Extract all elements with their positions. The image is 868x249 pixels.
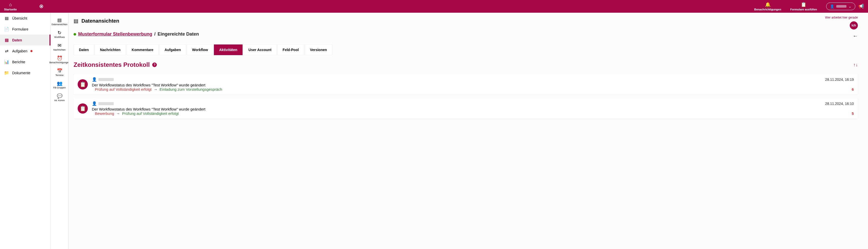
fill-forms-label: Formulare ausfüllen (790, 8, 817, 11)
tab-user-account[interactable]: User Account (243, 45, 277, 55)
user-name-redacted (836, 5, 846, 8)
arrow-right-icon: → (154, 87, 158, 91)
activity-description: Der Workflowstatus des Workflows "Test W… (92, 107, 854, 111)
activity-transition: Prüfung auf Vollständigkeit erfolgt → Ei… (95, 87, 222, 91)
activity-entry: 📋 👤 28.11.2024, 16:19 Der Workflowstatus… (73, 74, 858, 94)
person-icon: 👤 (92, 101, 97, 106)
home-button[interactable]: ⌂ Startseite (4, 2, 17, 11)
sidebar-item-label: Formulare (12, 27, 28, 31)
sidebar2-item-workflows[interactable]: ↻ Workflows (51, 28, 68, 40)
sidebar2-item-messages[interactable]: ✉ Nachrichten (51, 40, 68, 53)
sort-toggle-icon[interactable]: ↑↓ (853, 62, 858, 67)
activity-user: 👤 (92, 101, 114, 106)
sidebar-item-documents[interactable]: 📁 Dokumente (0, 67, 51, 78)
presence-self-badge[interactable]: Ich (850, 21, 858, 29)
refresh-icon: ↻ (58, 30, 61, 35)
announce-icon[interactable]: 📢 (858, 4, 864, 9)
sidebar-item-label: Berichte (12, 60, 25, 64)
breadcrumb-current: Eingereichte Daten (158, 31, 199, 37)
sidebar2-label: Benachrichtigungen (50, 61, 70, 64)
content-area: Wer arbeitet hier gerade Ich ← ▤ Datenan… (68, 13, 868, 249)
breadcrumb-form-link[interactable]: Musterformular Stellenbewerbung (78, 31, 152, 37)
sidebar-item-label: Übersicht (12, 16, 27, 20)
tab-workflow[interactable]: Workflow (187, 45, 213, 55)
forms-icon: 📄 (4, 27, 9, 31)
secondary-sidebar: ▤ Datenansichten ↻ Workflows ✉ Nachricht… (51, 13, 68, 249)
tab-versions[interactable]: Versionen (305, 45, 332, 55)
breadcrumb: Musterformular Stellenbewerbung / Einger… (73, 31, 858, 37)
tab-comments[interactable]: Kommentare (126, 45, 159, 55)
alarm-icon: ⏰ (57, 55, 62, 61)
clipboard-icon: 📋 (801, 2, 806, 7)
page-header: ▤ Datenansichten (73, 18, 858, 24)
person-icon: 👤 (92, 77, 97, 82)
chevron-down-icon: ⌄ (848, 4, 851, 8)
page-title: Datenansichten (82, 18, 119, 24)
user-name-redacted (98, 102, 114, 105)
transition-to: Prüfung auf Vollständigkeit erfolgt (122, 111, 179, 116)
tab-tasks[interactable]: Aufgaben (159, 45, 186, 55)
sidebar2-label: Datenansichten (52, 23, 67, 26)
user-menu[interactable]: 👤 ⌄ (826, 3, 855, 10)
checklist-icon: ⇄ (4, 49, 9, 53)
section-title-text: Zeitkonsistentes Protokoll (73, 61, 150, 68)
sidebar-item-label: Dokumente (12, 71, 30, 75)
notification-dot-icon (30, 50, 32, 52)
back-button[interactable]: ← (825, 33, 858, 39)
fill-forms-button[interactable]: 📋 Formulare ausfüllen (790, 2, 817, 11)
folder-icon: 📁 (4, 71, 9, 75)
activity-type-icon: 📋 (78, 79, 88, 89)
presence-panel: Wer arbeitet hier gerade Ich ← (825, 16, 858, 39)
notifications-button[interactable]: 🔔 Benachrichtigungen (754, 2, 781, 11)
tab-messages[interactable]: Nachrichten (95, 45, 126, 55)
activity-timestamp: 28.11.2024, 16:19 (825, 78, 854, 82)
section-title: Zeitkonsistentes Protokoll ? (73, 61, 157, 68)
activity-transition-row: Bewerbung → Prüfung auf Vollständigkeit … (92, 111, 854, 116)
sidebar2-label: Int. Komm (54, 99, 65, 102)
activity-entry: 📋 👤 28.11.2024, 16:10 Der Workflowstatus… (73, 98, 858, 119)
dashboard-icon: ▤ (4, 16, 9, 21)
sidebar2-item-dataviews[interactable]: ▤ Datenansichten (51, 15, 68, 28)
sidebar2-item-notifications[interactable]: ⏰ Benachrichtigungen (51, 53, 68, 66)
tab-field-pool[interactable]: Feld-Pool (277, 45, 304, 55)
sidebar-item-forms[interactable]: 📄 Formulare (0, 24, 51, 34)
sidebar2-item-groups[interactable]: 👥 FB-Gruppen (51, 79, 68, 91)
home-label: Startseite (4, 8, 17, 11)
record-indicator-icon[interactable] (39, 5, 43, 8)
activity-header: 👤 28.11.2024, 16:10 (92, 101, 854, 106)
activity-body: 👤 28.11.2024, 16:19 Der Workflowstatus d… (92, 77, 854, 91)
activity-type-icon: 📋 (78, 103, 88, 114)
bar-chart-icon: 📊 (4, 59, 9, 64)
activity-count: 5 (852, 111, 854, 116)
sidebar2-item-dates[interactable]: 📅 Termine (51, 66, 68, 79)
sidebar2-label: Nachrichten (53, 49, 65, 51)
activity-timestamp: 28.11.2024, 16:10 (825, 102, 854, 106)
arrow-right-icon: → (116, 111, 120, 116)
activity-transition-row: Prüfung auf Vollständigkeit erfolgt → Ei… (92, 87, 854, 91)
group-icon: 👥 (57, 81, 62, 86)
tab-data[interactable]: Daten (73, 45, 94, 55)
transition-from: Bewerbung (95, 111, 114, 116)
section-header-row: Zeitkonsistentes Protokoll ? ↑↓ (73, 61, 858, 68)
sidebar-item-data[interactable]: ▤ Daten (0, 34, 51, 46)
data-icon: ▤ (4, 37, 9, 43)
home-icon: ⌂ (9, 2, 12, 7)
transition-from: Prüfung auf Vollständigkeit erfolgt (95, 87, 152, 91)
activity-header: 👤 28.11.2024, 16:19 (92, 77, 854, 82)
sidebar-item-label: Aufgaben (12, 49, 27, 53)
sidebar2-label: FB-Gruppen (53, 87, 66, 89)
activity-user: 👤 (92, 77, 114, 82)
sidebar2-item-intkomm[interactable]: 💬 Int. Komm (51, 91, 68, 104)
activity-count: 6 (852, 87, 854, 91)
calendar-icon: 📅 (57, 68, 62, 74)
sidebar-item-tasks[interactable]: ⇄ Aufgaben (0, 46, 51, 56)
activity-description: Der Workflowstatus des Workflows "Test W… (92, 83, 854, 87)
person-icon: 👤 (830, 4, 834, 8)
activity-transition: Bewerbung → Prüfung auf Vollständigkeit … (95, 111, 179, 116)
main-layout: ▤ Übersicht 📄 Formulare ▤ Daten ⇄ Aufgab… (0, 13, 868, 249)
help-icon[interactable]: ? (152, 62, 157, 67)
tab-activities[interactable]: Aktivitäten (214, 45, 243, 55)
sidebar-item-overview[interactable]: ▤ Übersicht (0, 13, 51, 24)
user-name-redacted (98, 78, 114, 81)
sidebar-item-reports[interactable]: 📊 Berichte (0, 56, 51, 67)
